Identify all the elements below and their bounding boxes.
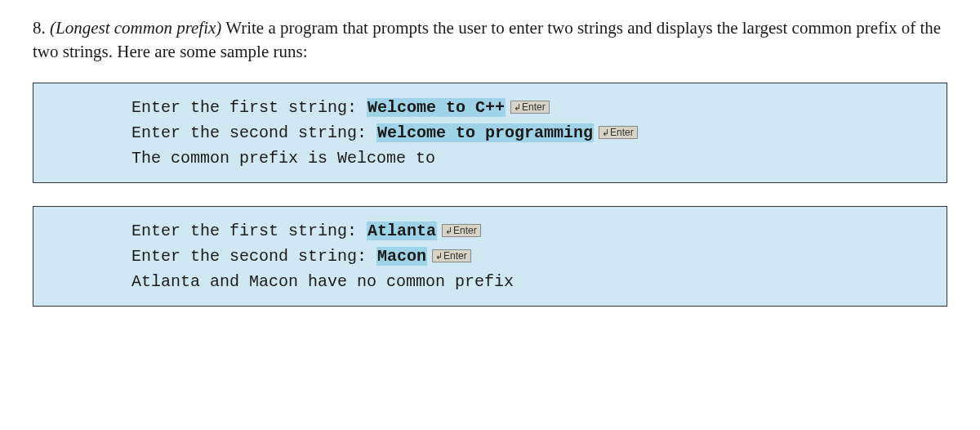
prompt-text: Enter the first string: xyxy=(131,98,367,117)
enter-label: Enter xyxy=(453,225,477,236)
enter-arrow-icon: ↲ xyxy=(602,128,609,137)
enter-arrow-icon: ↲ xyxy=(445,226,452,235)
user-input: Welcome to C++ xyxy=(367,98,506,117)
sample-run-1: Enter the first string: Welcome to C++↲E… xyxy=(33,83,947,183)
sample2-line2: Enter the second string: Macon↲Enter xyxy=(131,244,932,269)
prompt-text: Enter the first string: xyxy=(131,222,367,240)
enter-key-icon: ↲Enter xyxy=(599,126,638,139)
prompt-text: Enter the second string: xyxy=(131,123,376,142)
sample1-line3: The common prefix is Welcome to xyxy=(131,146,932,171)
user-input: Atlanta xyxy=(367,222,437,240)
enter-label: Enter xyxy=(443,250,467,262)
user-input: Macon xyxy=(376,247,427,266)
sample2-line1: Enter the first string: Atlanta↲Enter xyxy=(131,218,932,244)
sample1-line1: Enter the first string: Welcome to C++↲E… xyxy=(131,95,932,120)
user-input: Welcome to programming xyxy=(376,123,594,142)
sample1-line2: Enter the second string: Welcome to prog… xyxy=(131,120,932,146)
prompt-text: Enter the second string: xyxy=(131,247,376,266)
enter-label: Enter xyxy=(522,101,546,113)
enter-key-icon: ↲Enter xyxy=(510,101,550,114)
enter-arrow-icon: ↲ xyxy=(435,251,443,261)
enter-key-icon: ↲Enter xyxy=(432,249,471,262)
problem-title: (Longest common prefix) xyxy=(50,18,221,38)
sample-run-2: Enter the first string: Atlanta↲Enter En… xyxy=(33,206,947,307)
problem-number: 8. xyxy=(33,18,46,38)
enter-label: Enter xyxy=(610,127,634,138)
problem-statement: 8. (Longest common prefix) Write a progr… xyxy=(33,16,947,65)
enter-key-icon: ↲Enter xyxy=(442,224,481,237)
enter-arrow-icon: ↲ xyxy=(514,102,521,112)
sample2-line3: Atlanta and Macon have no common prefix xyxy=(131,269,932,294)
